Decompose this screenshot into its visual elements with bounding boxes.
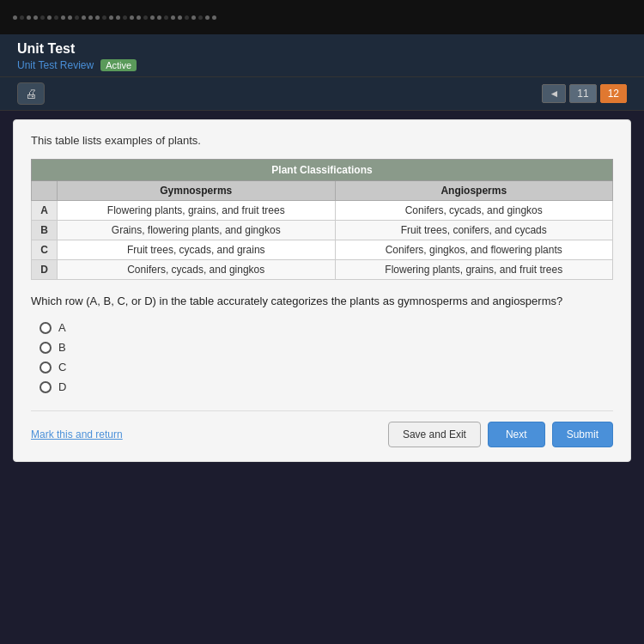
mark-return-button[interactable]: Mark this and return — [31, 428, 123, 440]
bottom-action-bar: Mark this and return Save and Exit Next … — [31, 410, 613, 447]
print-icon: 🖨 — [25, 87, 37, 100]
row-c-angio: Conifers, gingkos, and flowering plants — [335, 240, 613, 260]
save-exit-button[interactable]: Save and Exit — [388, 422, 481, 447]
table-title-cell: Plant Classifications — [32, 160, 613, 181]
row-label-b: B — [32, 221, 58, 240]
col-angio-header: Angiosperms — [335, 181, 613, 201]
page-title: Unit Test — [17, 41, 627, 57]
page-nav: ◄ 11 12 — [542, 84, 627, 103]
table-row: B Grains, flowering plants, and gingkos … — [32, 221, 613, 240]
submit-button[interactable]: Submit — [552, 422, 613, 447]
row-d-gymno: Conifers, cycads, and gingkos — [58, 260, 336, 280]
table-header-row: Gymnosperms Angiosperms — [32, 181, 613, 201]
row-a-gymno: Flowering plants, grains, and fruit tree… — [58, 201, 336, 221]
option-c[interactable]: C — [39, 361, 613, 374]
option-a-label: A — [58, 321, 66, 334]
plant-classifications-table: Plant Classifications Gymnosperms Angios… — [31, 159, 613, 280]
radio-c[interactable] — [39, 361, 52, 374]
next-button[interactable]: Next — [488, 422, 545, 447]
table-title-row: Plant Classifications — [32, 160, 613, 181]
row-a-angio: Conifers, cycads, and gingkos — [335, 201, 613, 221]
question-text: Which row (A, B, C, or D) in the table a… — [31, 294, 613, 309]
row-label-c: C — [32, 240, 58, 260]
breadcrumb-link[interactable]: Unit Test Review — [17, 59, 94, 71]
answer-options: A B C D — [39, 321, 613, 393]
dot-pattern — [13, 15, 631, 20]
row-b-angio: Fruit trees, conifers, and cycads — [335, 221, 613, 240]
col-blank-header — [32, 181, 58, 201]
status-badge: Active — [100, 59, 137, 71]
col-gymno-header: Gymnosperms — [58, 181, 336, 201]
breadcrumb-area: Unit Test Review Active — [17, 59, 627, 71]
radio-a[interactable] — [39, 322, 52, 334]
row-label-a: A — [32, 201, 58, 221]
page-12-indicator[interactable]: 12 — [600, 84, 627, 103]
option-c-label: C — [58, 361, 66, 374]
option-a[interactable]: A — [39, 321, 613, 334]
row-d-angio: Flowering plants, grains, and fruit tree… — [335, 260, 613, 280]
row-b-gymno: Grains, flowering plants, and gingkos — [58, 221, 336, 240]
option-b[interactable]: B — [39, 341, 613, 354]
row-label-d: D — [32, 260, 58, 280]
radio-b[interactable] — [39, 342, 52, 354]
table-row: C Fruit trees, cycads, and grains Conife… — [32, 240, 613, 260]
main-content: This table lists examples of plants. Pla… — [13, 119, 631, 462]
question-intro: This table lists examples of plants. — [31, 134, 613, 147]
table-row: A Flowering plants, grains, and fruit tr… — [32, 201, 613, 221]
option-d-label: D — [58, 380, 66, 393]
screen: Unit Test Unit Test Review Active 🖨 ◄ 11… — [0, 0, 644, 644]
option-b-label: B — [58, 341, 66, 354]
toolbar-row: 🖨 ◄ 11 12 — [0, 77, 644, 111]
option-d[interactable]: D — [39, 380, 613, 393]
radio-d[interactable] — [39, 381, 52, 393]
print-button[interactable]: 🖨 — [17, 82, 45, 105]
table-row: D Conifers, cycads, and gingkos Flowerin… — [32, 260, 613, 280]
decorative-top-bar — [0, 0, 644, 34]
action-buttons: Save and Exit Next Submit — [388, 422, 613, 447]
page-11-indicator[interactable]: 11 — [569, 84, 596, 103]
lms-header: Unit Test Unit Test Review Active — [0, 34, 644, 77]
row-c-gymno: Fruit trees, cycads, and grains — [58, 240, 336, 260]
prev-page-button[interactable]: ◄ — [542, 84, 566, 103]
